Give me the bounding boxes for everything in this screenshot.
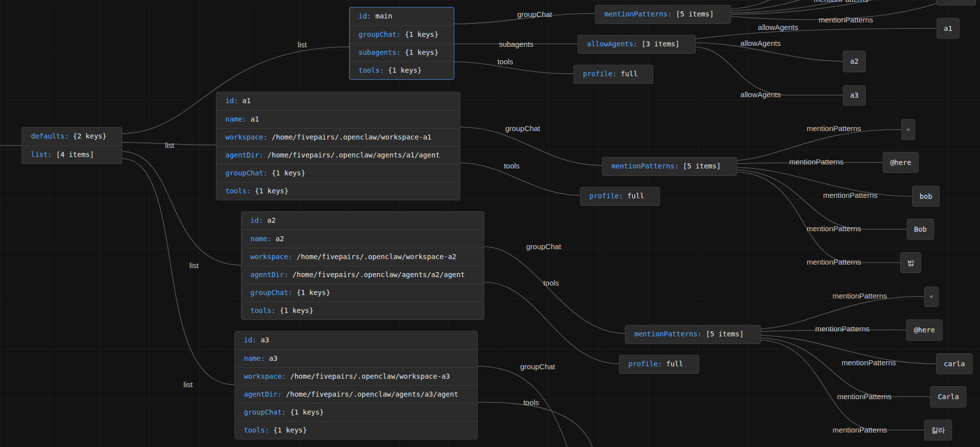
edge xyxy=(737,170,907,229)
node-a1-profile[interactable]: profile: full xyxy=(580,187,660,206)
row-value: {1 keys} xyxy=(400,48,438,56)
row-key: mentionPatterns: xyxy=(604,10,672,18)
node-row: groupChat: {1 keys} xyxy=(350,25,454,43)
leaf-pattern-here-1[interactable]: @here xyxy=(883,152,919,173)
row-value: a3 xyxy=(265,354,277,362)
leaf-pattern-carla-upper[interactable]: Carla xyxy=(930,386,967,408)
row-value: {1 keys} xyxy=(400,30,438,38)
row-key: id: xyxy=(225,97,238,105)
row-value: a1 xyxy=(246,115,259,123)
row-key: groupChat: xyxy=(250,289,292,297)
edge xyxy=(731,0,823,11)
row-value: full xyxy=(616,70,637,78)
row-value: /home/fivepairs/.openclaw/workspace-a1 xyxy=(267,133,431,141)
row-key: id: xyxy=(359,12,371,20)
leaf-pattern-carla-lower[interactable]: carla xyxy=(936,353,973,374)
row-key: workspace: xyxy=(225,133,267,141)
row-value: {2 keys} xyxy=(69,132,107,140)
row-key: name: xyxy=(244,354,265,362)
row-value: full xyxy=(662,360,683,368)
row-value: [5 items] xyxy=(672,10,714,18)
edge xyxy=(454,62,574,74)
row-key: agentDir: xyxy=(244,390,282,398)
node-main[interactable]: id: maingroupChat: {1 keys}subagents: {1… xyxy=(349,7,454,80)
node-a3[interactable]: id: a3name: a3workspace: /home/fivepairs… xyxy=(234,331,478,440)
row-value: /home/fivepairs/.openclaw/workspace-a2 xyxy=(292,253,456,261)
edge xyxy=(122,143,216,145)
edge xyxy=(478,402,594,447)
node-row: profile: full xyxy=(619,355,699,373)
edge-layer xyxy=(0,0,980,447)
leaf-pattern-angle-2[interactable]: < xyxy=(924,287,939,307)
node-main-profile[interactable]: profile: full xyxy=(574,65,653,84)
row-key: list: xyxy=(31,150,52,158)
row-key: agentDir: xyxy=(225,151,263,159)
row-key: mentionPatterns: xyxy=(634,330,702,338)
row-key: id: xyxy=(244,336,256,344)
node-a2-profile[interactable]: profile: full xyxy=(619,355,699,374)
edge xyxy=(761,340,924,430)
node-row: list: [4 items] xyxy=(22,146,122,163)
row-value: a3 xyxy=(256,336,269,344)
edge xyxy=(696,43,843,61)
node-row: profile: full xyxy=(574,65,653,83)
row-key: defaults: xyxy=(31,132,69,140)
node-row: profile: full xyxy=(581,187,659,205)
edge xyxy=(696,47,843,95)
edge xyxy=(737,172,900,263)
node-row: tools: {1 keys} xyxy=(216,182,460,200)
leaf-pattern-kalla[interactable]: 칼라 xyxy=(924,420,952,441)
node-cutoff-top[interactable] xyxy=(936,0,976,5)
edge xyxy=(478,366,570,447)
node-a2[interactable]: id: a2name: a2workspace: /home/fivepairs… xyxy=(241,211,484,320)
node-a2-mentionpatterns[interactable]: mentionPatterns: [5 items] xyxy=(625,325,761,344)
row-value: {1 keys} xyxy=(286,408,324,416)
node-row: groupChat: {1 keys} xyxy=(241,284,484,301)
edge xyxy=(484,282,619,364)
leaf-pattern-bap[interactable]: 밥 xyxy=(900,252,921,273)
edge xyxy=(484,247,625,333)
row-key: name: xyxy=(250,235,271,243)
row-value: [5 items] xyxy=(679,162,721,170)
leaf-pattern-bob-lower[interactable]: bob xyxy=(912,186,940,207)
leaf-pattern-angle-1[interactable]: < xyxy=(901,119,915,140)
node-row: mentionPatterns: [5 items] xyxy=(602,157,737,175)
node-row: subagents: {1 keys} xyxy=(350,43,454,61)
node-row: agentDir: /home/fivepairs/.openclaw/agen… xyxy=(216,146,460,164)
row-key: tools: xyxy=(244,426,269,434)
edge xyxy=(696,28,937,39)
row-key: workspace: xyxy=(250,253,292,261)
node-a1[interactable]: id: a1name: a1workspace: /home/fivepairs… xyxy=(216,92,460,200)
node-row: workspace: /home/fivepairs/.openclaw/wor… xyxy=(241,248,484,266)
node-row: name: a2 xyxy=(241,230,484,248)
leaf-allowagent-a1[interactable]: a1 xyxy=(937,18,960,39)
node-row: name: a1 xyxy=(216,110,460,128)
node-main-mentionpatterns[interactable]: mentionPatterns: [5 items] xyxy=(595,5,731,24)
row-value: a2 xyxy=(263,216,275,224)
node-row: workspace: /home/fivepairs/.openclaw/wor… xyxy=(235,367,477,385)
row-value: /home/fivepairs/.openclaw/agents/a1/agen… xyxy=(263,151,440,159)
row-value: {1 keys} xyxy=(384,66,422,74)
row-key: subagents: xyxy=(359,48,400,56)
leaf-pattern-bob-upper[interactable]: Bob xyxy=(907,219,934,240)
row-key: agentDir: xyxy=(250,271,288,279)
edge xyxy=(454,13,595,24)
node-row: groupChat: {1 keys} xyxy=(235,403,477,421)
leaf-allowagent-a2[interactable]: a2 xyxy=(843,51,866,72)
node-main-allowagents[interactable]: allowAgents: [3 items] xyxy=(578,35,696,54)
row-key: profile: xyxy=(628,360,662,368)
leaf-pattern-here-2[interactable]: @here xyxy=(906,319,943,341)
node-a1-mentionpatterns[interactable]: mentionPatterns: [5 items] xyxy=(602,157,737,176)
node-root[interactable]: defaults: {2 keys}list: [4 items] xyxy=(21,127,122,164)
leaf-allowagent-a3[interactable]: a3 xyxy=(843,85,866,106)
node-row: id: main xyxy=(350,7,454,25)
row-value: main xyxy=(371,12,392,20)
node-row: allowAgents: [3 items] xyxy=(578,35,695,53)
row-value: full xyxy=(623,192,644,200)
graph-canvas[interactable]: listlistlistlistgroupChatsubagentstoolsg… xyxy=(0,0,980,447)
row-value: [4 items] xyxy=(52,150,94,158)
row-value: [5 items] xyxy=(702,330,744,338)
row-value: /home/fivepairs/.openclaw/workspace-a3 xyxy=(286,372,450,380)
edge xyxy=(761,330,906,331)
row-key: groupChat: xyxy=(244,408,286,416)
